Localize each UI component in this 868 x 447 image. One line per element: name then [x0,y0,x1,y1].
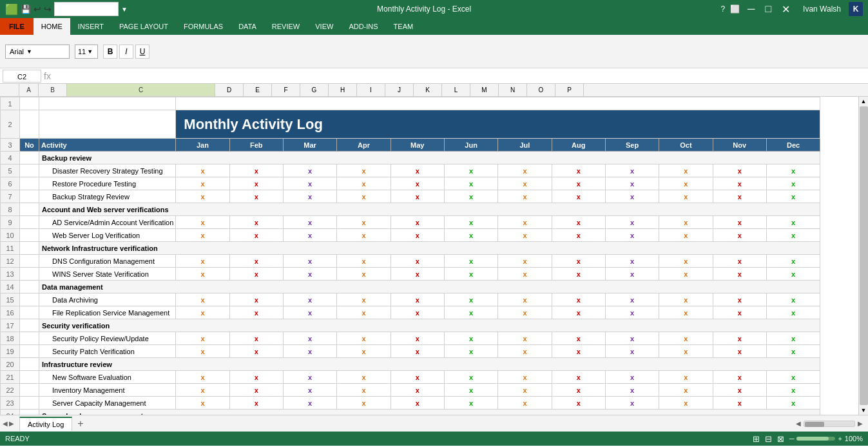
minimize-btn[interactable]: ─ [745,3,757,15]
table-row: 14 Data management [1,281,820,293]
activity-cell[interactable]: Disaster Recovery Strategy Testing [39,164,176,177]
x-cell[interactable]: x [391,164,444,177]
x-cell[interactable]: x [605,164,659,177]
underline-btn[interactable]: U [135,45,149,59]
activity-cell[interactable]: WINS Server State Verification [39,268,176,281]
view-page-break-icon[interactable]: ⊠ [777,434,784,444]
activity-cell[interactable]: Restore Procedure Testing [39,177,176,190]
col-G-header[interactable]: G [300,84,329,96]
redo-btn[interactable]: ↪ [44,4,52,14]
col-M-header[interactable]: M [470,84,499,96]
font-dropdown[interactable]: ▼ [26,48,32,55]
x-cell[interactable]: x [766,164,820,177]
tab-home[interactable]: HOME [34,18,70,35]
font-selector[interactable]: Arial [54,2,119,16]
activity-cell[interactable]: Backup Strategy Review [39,190,176,203]
tab-data[interactable]: DATA [231,18,264,35]
x-cell[interactable]: x [713,164,766,177]
scroll-right-btn[interactable]: ▶ [858,420,863,427]
tab-addins[interactable]: ADD-INS [341,18,385,35]
col-J-header[interactable]: J [385,84,414,96]
scroll-left-btn[interactable]: ◀ [796,420,801,427]
h-scroll-thumb[interactable] [805,422,824,427]
activity-cell[interactable]: File Replication Service Management [39,306,176,319]
ready-status: READY [5,435,30,442]
x-cell[interactable]: x [283,164,336,177]
tab-file[interactable]: FILE [0,18,34,35]
tab-team[interactable]: TEAM [386,18,421,35]
add-sheet-btn[interactable]: + [72,415,88,432]
font-name-box[interactable]: Arial ▼ [5,45,70,59]
maximize-btn[interactable]: □ [762,3,774,15]
x-cell[interactable]: x [176,164,229,177]
col-H-header[interactable]: H [329,84,357,96]
x-cell[interactable]: x [337,164,391,177]
sheet-next-btn[interactable]: ▶ [9,420,14,427]
col-B-header[interactable]: B [39,84,67,96]
col-K-header[interactable]: K [414,84,442,96]
activity-cell[interactable]: Server Capacity Management [39,397,176,410]
ribbon-tools: Arial ▼ 11 ▼ B I U [0,35,868,68]
formula-input[interactable] [53,72,865,81]
col-sep-header: Sep [605,139,659,152]
activity-cell[interactable]: New Software Evaluation [39,371,176,384]
close-btn[interactable]: ✕ [779,3,793,15]
col-F-header[interactable]: F [272,84,300,96]
col-P-header[interactable]: P [555,84,584,96]
ribbon-toggle[interactable]: ⬜ [730,5,740,14]
zoom-slider[interactable] [796,437,835,441]
view-normal-icon[interactable]: ⊞ [753,434,760,444]
activity-cell[interactable]: AD Service/Admin Account Verification [39,216,176,229]
customize-btn[interactable]: ▼ [121,6,128,13]
x-cell[interactable]: x [552,164,605,177]
x-cell[interactable]: x [659,164,713,177]
col-L-header[interactable]: L [442,84,470,96]
tab-view[interactable]: VIEW [307,18,341,35]
spreadsheet-area[interactable]: 1 2 Monthly Activity Log 3 No Activity J… [0,97,858,415]
activity-cell[interactable]: DNS Configuration Management [39,255,176,268]
view-layout-icon[interactable]: ⊟ [765,434,772,444]
help-btn[interactable]: ? [720,5,725,14]
x-cell[interactable]: x [229,164,283,177]
quick-save[interactable]: 💾 [21,5,31,14]
bold-btn[interactable]: B [103,45,117,59]
activity-cell[interactable]: Data Archiving [39,293,176,306]
activity-cell[interactable]: Inventory Management [39,384,176,397]
activity-cell[interactable]: Web Server Log Verification [39,229,176,242]
vertical-scrollbar[interactable]: ▲ ▼ [858,97,868,415]
col-O-header[interactable]: O [527,84,555,96]
zoom-out-btn[interactable]: ─ [789,435,795,442]
col-E-header[interactable]: E [244,84,272,96]
zoom-control: ─ + 100% [789,435,863,442]
scroll-thumb[interactable] [860,106,868,405]
table-row: 6 Restore Procedure Testing x x x x x x … [1,177,820,190]
tab-page-layout[interactable]: PAGE LAYOUT [111,18,176,35]
col-A-header[interactable]: A [19,84,39,96]
undo-btn[interactable]: ↩ [34,4,41,14]
table-row: 16 File Replication Service Management x… [1,306,820,319]
activity-cell[interactable]: Security Policy Review/Update [39,332,176,345]
x-cell[interactable]: x [498,164,552,177]
activity-cell[interactable]: Security Patch Verification [39,345,176,358]
col-N-header[interactable]: N [499,84,527,96]
name-box[interactable]: C2 [3,70,41,83]
table-row: 4 Backup review [1,152,820,164]
tab-formulas[interactable]: FORMULAS [176,18,231,35]
scroll-up-btn[interactable]: ▲ [860,97,868,106]
col-D-header[interactable]: D [215,84,244,96]
table-row: 20 Infrastructure review [1,358,820,371]
col-feb-header: Feb [229,139,283,152]
horizontal-scrollbar[interactable] [804,421,855,427]
col-C-header[interactable]: C [67,84,215,96]
sheet-prev-btn[interactable]: ◀ [3,420,8,427]
tab-review[interactable]: REVIEW [264,18,307,35]
sheet-tab-activity-log[interactable]: Activity Log [19,417,72,431]
font-size-box[interactable]: 11 ▼ [75,45,98,59]
col-I-header[interactable]: I [357,84,385,96]
scroll-down-btn[interactable]: ▼ [860,406,868,415]
italic-btn[interactable]: I [119,45,133,59]
zoom-in-btn[interactable]: + [838,435,842,442]
table-row: 24 Server hardware management [1,410,820,415]
tab-insert[interactable]: INSERT [70,18,111,35]
x-cell[interactable]: x [444,164,497,177]
